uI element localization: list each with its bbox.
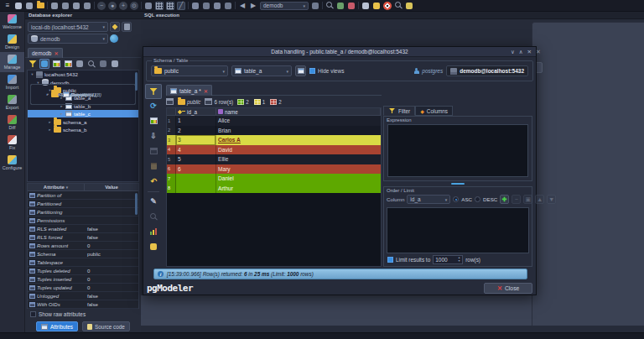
attributes-scrollbar[interactable] <box>135 193 138 215</box>
tree-item[interactable]: ▾Table (3) <box>30 84 136 105</box>
schema-selector[interactable]: public ▾ <box>151 65 228 76</box>
view-data-icon[interactable] <box>65 60 72 67</box>
break-lines-icon[interactable]: ╱ <box>177 2 185 10</box>
magnet-icon[interactable] <box>213 2 221 10</box>
sidebar-item-import[interactable]: Import <box>0 72 24 92</box>
tree-item[interactable]: ▸schema_a <box>28 117 138 125</box>
table-row[interactable]: 44David <box>167 145 381 155</box>
limit-checkbox[interactable] <box>387 257 393 263</box>
collapse-objects-icon[interactable] <box>41 60 48 67</box>
attribute-row[interactable]: RLS enabledfalse <box>28 225 138 233</box>
edit-cell-icon[interactable]: ✎ <box>150 197 157 206</box>
show-raw-attributes-checkbox[interactable] <box>30 311 36 317</box>
attribute-row[interactable]: Tablespace <box>28 258 138 267</box>
desc-radio[interactable] <box>475 196 480 202</box>
attribute-row[interactable]: Schemapublic <box>28 250 138 258</box>
close-window-button[interactable]: ✕ <box>527 49 532 55</box>
hide-views-checkbox[interactable] <box>309 68 315 74</box>
view-data-button[interactable] <box>63 59 73 69</box>
browse-database-icon[interactable] <box>110 34 118 43</box>
sidebar-item-manage[interactable]: Manage <box>0 52 24 72</box>
copy-rows-icon[interactable] <box>150 148 158 154</box>
bug-report-icon[interactable] <box>361 2 370 10</box>
row-number-cell[interactable]: 7 <box>167 174 176 184</box>
tab-demodb[interactable]: demodb ✕ <box>28 48 63 58</box>
add-order-button[interactable]: ✚ <box>500 195 509 204</box>
value-column-header[interactable]: Value <box>85 184 138 190</box>
attribute-row[interactable]: Tuples updated0 <box>28 284 138 292</box>
search-objects-icon[interactable] <box>88 60 96 68</box>
move-up-button[interactable]: ▲ <box>535 195 544 204</box>
new-object-icon[interactable] <box>224 2 232 10</box>
expand-arrow-icon[interactable]: ▸ <box>48 128 52 132</box>
print-icon[interactable] <box>50 2 59 10</box>
id-cell[interactable]: 2 <box>176 126 216 136</box>
paste-rows-button[interactable] <box>145 159 162 173</box>
id-cell[interactable]: 4 <box>176 145 216 155</box>
zoom-original-icon[interactable]: ● <box>108 2 117 10</box>
refresh-data-icon[interactable]: ⟳ <box>150 102 157 110</box>
row-number-cell[interactable]: 3 <box>167 135 176 145</box>
attribute-row[interactable]: Permissions <box>28 216 138 225</box>
bulk-edit-icon[interactable] <box>150 243 157 250</box>
donate-icon[interactable] <box>372 2 381 10</box>
close-tab-icon[interactable]: ✕ <box>204 88 208 94</box>
mirror-objects-icon[interactable] <box>144 2 153 10</box>
id-cell[interactable]: 6 <box>176 164 216 175</box>
attribute-row[interactable]: Tuples inserted0 <box>28 275 138 284</box>
fix-model-icon[interactable] <box>394 2 402 10</box>
row-number-cell[interactable]: 4 <box>167 145 176 155</box>
save-model-icon[interactable] <box>25 2 34 10</box>
attributes-button[interactable]: Attributes <box>36 321 78 331</box>
attribute-row[interactable]: RLS forcedfalse <box>28 233 138 242</box>
bulk-edit-button[interactable] <box>145 240 162 253</box>
order-list[interactable] <box>387 207 529 253</box>
tab-filter[interactable]: Filter <box>383 106 415 116</box>
id-cell[interactable] <box>176 174 216 184</box>
attribute-row[interactable]: Unloggedfalse <box>28 292 138 300</box>
refresh-tables-button[interactable] <box>295 65 306 76</box>
search-data-button[interactable] <box>145 210 162 223</box>
row-number-cell[interactable]: 5 <box>167 154 176 164</box>
drop-object-button[interactable] <box>110 59 120 69</box>
order-column-selector[interactable]: id_a ▾ <box>407 195 450 204</box>
runtime-attrs-icon[interactable] <box>100 60 106 67</box>
shade-button[interactable]: ∨ <box>511 49 515 55</box>
result-meta-button[interactable] <box>145 225 162 238</box>
main-menu-icon[interactable]: ≡ <box>3 2 12 10</box>
connect-database-button[interactable] <box>110 22 120 32</box>
sidebar-item-configure[interactable]: Configure <box>0 153 24 173</box>
select-objects-icon[interactable] <box>202 2 210 10</box>
runtime-attrs-button[interactable] <box>98 59 108 69</box>
export-sql-icon[interactable] <box>83 2 91 10</box>
row-number-cell[interactable]: 2 <box>167 126 176 136</box>
paste-rows-icon[interactable] <box>151 163 157 170</box>
tab-columns[interactable]: ◆ Columns <box>415 106 453 116</box>
attribute-row[interactable]: Tuples deleted0 <box>28 267 138 275</box>
table-row[interactable]: 7Daniel <box>167 174 381 184</box>
undo-changes-icon[interactable]: ↶ <box>150 177 157 185</box>
column-header-id-a[interactable]: id_a <box>176 108 216 115</box>
plugins-icon[interactable] <box>347 2 356 10</box>
undo-changes-button[interactable]: ↶ <box>145 175 162 188</box>
tree-item[interactable]: ▸table_c <box>28 110 138 117</box>
tree-scrollbar[interactable] <box>135 72 138 91</box>
tree-item[interactable]: ▾localhost:5432 <box>28 70 138 78</box>
name-cell[interactable]: Ellie <box>216 154 381 164</box>
changelog-icon[interactable] <box>405 2 413 10</box>
result-meta-icon[interactable] <box>150 228 157 235</box>
move-down-button[interactable]: ▼ <box>547 195 556 204</box>
attribute-row[interactable]: Partition of <box>28 191 138 200</box>
source-code-button[interactable]: Source code <box>82 321 130 331</box>
table-row[interactable]: 33Carlos A <box>167 135 381 145</box>
name-cell[interactable]: Daniel <box>216 174 381 184</box>
expand-arrow-icon[interactable]: ▾ <box>30 72 34 76</box>
table-row[interactable]: 55Ellie <box>167 154 381 164</box>
tab-table-a[interactable]: table_a * ✕ <box>166 85 212 96</box>
table-row[interactable]: 11Alice <box>167 116 381 126</box>
attribute-row[interactable]: Rows amount0 <box>28 242 138 250</box>
id-cell[interactable]: 1 <box>176 116 216 126</box>
table-row[interactable]: 66Mary <box>167 164 381 175</box>
model-validation-icon[interactable] <box>325 2 334 10</box>
expression-textarea[interactable] <box>387 124 528 177</box>
